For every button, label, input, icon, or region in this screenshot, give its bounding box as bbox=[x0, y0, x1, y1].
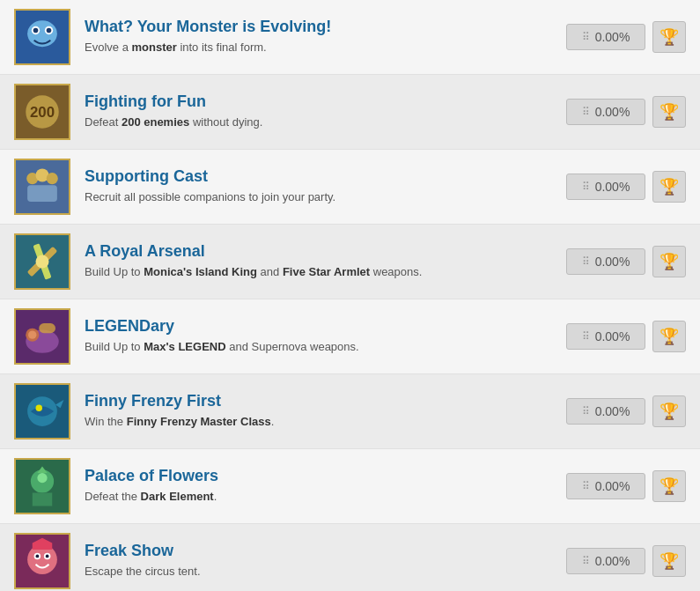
freak-icon bbox=[14, 533, 70, 589]
percentage-value: 0.00% bbox=[595, 30, 630, 44]
achievement-title: Finny Frenzy First bbox=[85, 392, 552, 410]
supporting-icon bbox=[14, 159, 70, 215]
trophy-button[interactable]: 🏆 bbox=[652, 321, 686, 352]
svg-point-33 bbox=[36, 555, 40, 558]
trophy-icon: 🏆 bbox=[659, 177, 679, 196]
achievement-right: ⠿ 0.00% 🏆 bbox=[566, 545, 686, 577]
monster-icon bbox=[14, 9, 70, 65]
achievement-item-monster-evolving: What? Your Monster is Evolving! Evolve a… bbox=[0, 0, 700, 75]
achievement-item-freak-show: Freak Show Escape the circus tent. ⠿ 0.0… bbox=[0, 524, 700, 591]
grid-icon: ⠿ bbox=[582, 405, 590, 417]
achievement-right: ⠿ 0.00% 🏆 bbox=[566, 321, 686, 352]
achievement-desc: Escape the circus tent. bbox=[85, 564, 552, 580]
achievement-info: Palace of Flowers Defeat the Dark Elemen… bbox=[70, 467, 566, 505]
trophy-icon: 🏆 bbox=[659, 551, 679, 571]
achievement-item-palace-flowers: Palace of Flowers Defeat the Dark Elemen… bbox=[0, 449, 700, 524]
trophy-icon: 🏆 bbox=[659, 327, 679, 346]
trophy-button[interactable]: 🏆 bbox=[652, 395, 686, 427]
legendary-icon bbox=[14, 308, 70, 365]
percentage-badge: ⠿ 0.00% bbox=[566, 24, 645, 50]
achievement-desc: Win the Finny Frenzy Master Class. bbox=[85, 414, 552, 430]
achievement-desc: Build Up to Max's LEGEND and Supernova w… bbox=[85, 339, 552, 355]
achievement-info: LEGENDary Build Up to Max's LEGEND and S… bbox=[70, 317, 566, 355]
achievement-right: ⠿ 0.00% 🏆 bbox=[566, 246, 686, 277]
achievement-info: What? Your Monster is Evolving! Evolve a… bbox=[70, 18, 566, 55]
svg-point-25 bbox=[36, 405, 43, 412]
percentage-badge: ⠿ 0.00% bbox=[566, 473, 645, 499]
percentage-value: 0.00% bbox=[595, 554, 630, 568]
svg-point-34 bbox=[46, 555, 49, 558]
achievement-right: ⠿ 0.00% 🏆 bbox=[566, 96, 686, 128]
trophy-button[interactable]: 🏆 bbox=[652, 545, 686, 577]
trophy-icon: 🏆 bbox=[659, 252, 679, 271]
achievement-item-legendary: LEGENDary Build Up to Max's LEGEND and S… bbox=[0, 299, 700, 374]
royal-icon bbox=[14, 233, 70, 290]
achievement-desc: Defeat 200 enemies without dying. bbox=[85, 115, 552, 130]
svg-point-5 bbox=[47, 28, 52, 33]
trophy-button[interactable]: 🏆 bbox=[652, 470, 686, 502]
svg-point-4 bbox=[33, 28, 39, 33]
achievement-info: Supporting Cast Recruit all possible com… bbox=[70, 167, 566, 205]
achievement-info: Freak Show Escape the circus tent. bbox=[70, 542, 566, 580]
achievement-right: ⠿ 0.00% 🏆 bbox=[566, 470, 686, 502]
achievement-info: A Royal Arsenal Build Up to Monica's Isl… bbox=[70, 242, 566, 280]
achievement-info: Finny Frenzy First Win the Finny Frenzy … bbox=[70, 392, 566, 430]
achievement-item-fighting-fun: 200 Fighting for Fun Defeat 200 enemies … bbox=[0, 75, 700, 150]
achievement-item-supporting-cast: Supporting Cast Recruit all possible com… bbox=[0, 150, 700, 225]
grid-icon: ⠿ bbox=[582, 255, 590, 268]
svg-rect-13 bbox=[27, 185, 57, 202]
svg-point-28 bbox=[37, 473, 47, 483]
trophy-icon: 🏆 bbox=[659, 27, 679, 47]
achievement-title: LEGENDary bbox=[85, 317, 552, 336]
trophy-icon: 🏆 bbox=[659, 402, 679, 421]
achievement-desc: Defeat the Dark Element. bbox=[85, 489, 552, 505]
achievement-info: Fighting for Fun Defeat 200 enemies with… bbox=[70, 92, 566, 130]
grid-icon: ⠿ bbox=[582, 31, 590, 43]
percentage-value: 0.00% bbox=[595, 479, 630, 493]
svg-point-12 bbox=[47, 173, 58, 184]
svg-point-21 bbox=[28, 330, 36, 338]
grid-icon: ⠿ bbox=[582, 181, 590, 193]
achievement-title: A Royal Arsenal bbox=[85, 242, 552, 261]
achievement-right: ⠿ 0.00% 🏆 bbox=[566, 395, 686, 427]
grid-icon: ⠿ bbox=[582, 555, 590, 567]
achievement-right: ⠿ 0.00% 🏆 bbox=[566, 21, 686, 53]
achievement-desc: Recruit all possible companions to join … bbox=[85, 189, 552, 205]
svg-point-17 bbox=[36, 255, 49, 269]
trophy-button[interactable]: 🏆 bbox=[652, 96, 686, 128]
palace-icon bbox=[14, 458, 70, 514]
achievement-item-finny-frenzy: Finny Frenzy First Win the Finny Frenzy … bbox=[0, 374, 700, 449]
svg-text:200: 200 bbox=[30, 104, 55, 121]
percentage-value: 0.00% bbox=[595, 180, 630, 194]
trophy-button[interactable]: 🏆 bbox=[652, 171, 686, 203]
finny-icon bbox=[14, 383, 70, 440]
achievement-item-royal-arsenal: A Royal Arsenal Build Up to Monica's Isl… bbox=[0, 225, 700, 299]
trophy-button[interactable]: 🏆 bbox=[652, 21, 686, 53]
achievement-title: Palace of Flowers bbox=[85, 467, 552, 485]
trophy-button[interactable]: 🏆 bbox=[652, 246, 686, 277]
achievement-desc: Build Up to Monica's Island King and Fiv… bbox=[85, 264, 552, 280]
achievement-right: ⠿ 0.00% 🏆 bbox=[566, 171, 686, 203]
trophy-icon: 🏆 bbox=[659, 476, 679, 496]
grid-icon: ⠿ bbox=[582, 330, 590, 343]
percentage-value: 0.00% bbox=[595, 404, 630, 418]
achievement-title: Supporting Cast bbox=[85, 167, 552, 186]
percentage-badge: ⠿ 0.00% bbox=[566, 248, 645, 275]
trophy-icon: 🏆 bbox=[659, 102, 679, 122]
achievement-list: What? Your Monster is Evolving! Evolve a… bbox=[0, 0, 700, 591]
grid-icon: ⠿ bbox=[582, 106, 590, 118]
percentage-value: 0.00% bbox=[595, 329, 630, 344]
fighting-icon: 200 bbox=[14, 84, 70, 140]
achievement-title: What? Your Monster is Evolving! bbox=[85, 18, 552, 36]
achievement-title: Fighting for Fun bbox=[85, 92, 552, 111]
achievement-desc: Evolve a monster into its final form. bbox=[85, 40, 552, 55]
percentage-value: 0.00% bbox=[595, 105, 630, 119]
svg-rect-22 bbox=[39, 323, 55, 333]
achievement-title: Freak Show bbox=[85, 542, 552, 560]
percentage-badge: ⠿ 0.00% bbox=[566, 398, 645, 425]
percentage-badge: ⠿ 0.00% bbox=[566, 548, 645, 574]
percentage-badge: ⠿ 0.00% bbox=[566, 323, 645, 350]
percentage-badge: ⠿ 0.00% bbox=[566, 99, 645, 125]
grid-icon: ⠿ bbox=[582, 480, 590, 492]
percentage-value: 0.00% bbox=[595, 255, 630, 269]
